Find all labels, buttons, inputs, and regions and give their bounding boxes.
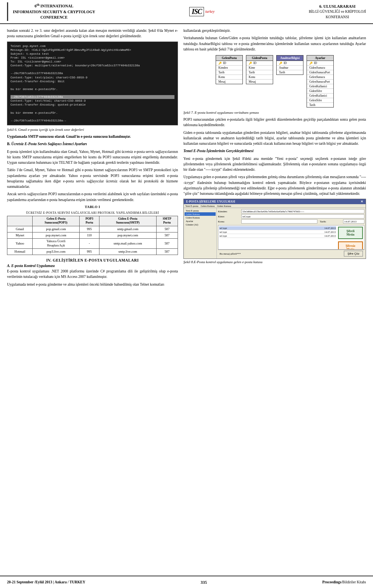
left-para4: Tablo 1'de Gmail, Mynet, Yahoo ve Hotmai… xyxy=(7,167,178,189)
email-list: isCrypt 14.07.2013 isCrypt 14.07.2013 is… xyxy=(218,225,337,249)
email-from3: isCrypt xyxy=(220,234,324,237)
nav-yeni-eposta[interactable]: Yeni E-posta xyxy=(185,209,216,212)
email-list-item[interactable]: isCrypt 14.07.2013 xyxy=(219,234,336,238)
term-line-12 xyxy=(10,91,174,95)
input-kime[interactable]: isCrypt xyxy=(241,214,364,219)
conference-name-left: 6th INTERNATIONAL INFORMATION SECURITY &… xyxy=(13,3,95,21)
email-list-item-selected[interactable]: isCrypt 14.07.2013 xyxy=(219,226,336,230)
term-line-4: To: ISL <isilcaner@gmail.com> xyxy=(10,60,174,64)
label-tarih: Tarih: xyxy=(320,220,343,223)
term-line-14: Content-Type: text/html; charset=ISO-885… xyxy=(10,99,174,103)
smtp-mynet: pop.mynet.com xyxy=(99,232,156,239)
smtpport-mynet: 587 xyxy=(156,232,178,239)
pop3port-yahoo: - xyxy=(79,239,99,248)
db-title-gelen: GelenPosta xyxy=(216,56,242,61)
conf-right-line2: BİLGİ GÜVENLİĞİ ve KRİPTOLOJİ xyxy=(309,9,366,15)
db-field: GidenSifre xyxy=(307,89,333,94)
label-kimden: Kimden: xyxy=(218,210,241,213)
footer-left: 20-21 September /Eylül 2013 | Ankara / T… xyxy=(7,580,85,584)
db-field: Mesaj xyxy=(216,80,242,84)
nav-gonder-al[interactable]: Gönder (Al) xyxy=(185,223,216,226)
section-B-bold: B. Ücretsiz E-Posta Servis Sağlayıcı İst… xyxy=(7,142,87,146)
form-row-kime: Kime: isCrypt xyxy=(218,214,364,219)
section-temel: Temel E-Posta İşlemlerinin Gerçekleştiri… xyxy=(183,148,366,154)
input-kimden[interactable]: 53e3d0deca515bc0a436c7e05e6c0a45d4a7c796… xyxy=(241,209,364,213)
email-from2: isCrypt xyxy=(220,231,324,233)
sifresiz-metin-box: ŞifresizMetin xyxy=(338,241,363,250)
right-para2: Veritabanında bulunan Gelen/Giden e-post… xyxy=(183,35,366,52)
table-row: Mynet pop.mynet.com 110 pop.mynet.com 58… xyxy=(7,232,178,239)
input-konu[interactable] xyxy=(241,219,317,224)
menu-gelen[interactable]: Gelen Kutusu xyxy=(200,205,214,207)
footer-rest: /Bildiriler Kitabı xyxy=(341,580,366,584)
form-row-konu: Konu: Tarih: 14.07.2013 xyxy=(218,219,364,224)
right-para4: Giden e-posta tablosunda uygulamadan gön… xyxy=(183,130,366,147)
db-field: GelenKullanici xyxy=(307,84,333,89)
terminal-screenshot: Telnet pop.mynet.com Message-ID: <CdL1!3… xyxy=(7,42,178,126)
email-app-body: Yeni E-posta Gelen Kutusu Giden Kutusu A… xyxy=(184,208,366,258)
input-tarih[interactable]: 14.07.2013 xyxy=(343,219,364,224)
conf-line1: 6th INTERNATIONAL xyxy=(13,3,95,9)
table-col-provider xyxy=(7,216,33,226)
db-field: 🔑 ID xyxy=(277,61,303,66)
db-field: Tarih xyxy=(216,70,242,75)
main-content: bundan sonraki 2. ve 3. sınır değerleri … xyxy=(0,24,373,293)
db-title-anahtar: AnahtarBilgisi xyxy=(277,56,303,61)
db-field: GidenSunucuPort xyxy=(307,70,333,75)
smtp-gmail: smtp.gmail.com xyxy=(99,226,156,232)
db-field: Kimden xyxy=(216,66,242,70)
left-para1: bundan sonraki 2. ve 3. sınır değerleri … xyxy=(7,28,178,39)
db-field: Mesaj xyxy=(246,80,273,84)
conference-name-right: 6. ULUSLARARASI BİLGİ GÜVENLİĞİ ve KRİPT… xyxy=(309,3,366,20)
nav-gelen-kutusu[interactable]: Gelen Kutusu xyxy=(185,212,216,216)
menu-yeni[interactable]: Yeni E-posta xyxy=(185,205,198,207)
db-field: GidenSunucu xyxy=(307,66,333,70)
sifre-coz-button[interactable]: Şifre Çöz xyxy=(344,251,363,257)
para-kontrol1: E-posta kontrol uygulaması .NET 2008 pla… xyxy=(7,269,178,280)
right-para5: Yeni e-posta göndermek için Şekil 8'deki… xyxy=(183,156,366,173)
conf-right-line3: KONFERANSI xyxy=(309,15,366,20)
email-list-item[interactable]: isCrypt 14.07.2013 xyxy=(219,230,336,234)
term-line-0: Telnet pop.mynet.com xyxy=(10,44,174,48)
email-app-screenshot: E-POSTA ŞİFRELEME UYGULMASI ✕ Yeni E-pos… xyxy=(183,199,366,259)
menu-giden[interactable]: Giden Kutusu xyxy=(217,205,231,207)
term-line-11: bu bir deneme e-postasiFDr. xyxy=(10,87,174,91)
isc-logo: ISC turkey xyxy=(189,7,214,16)
conf-right-line1: 6. ULUSLARARASI xyxy=(309,3,366,9)
term-line-13: --20cf307ca62cc377f404b332138a xyxy=(10,95,174,99)
email-app-close-icon[interactable]: ✕ xyxy=(361,200,363,203)
db-box-ayarlar: Ayarlar 🔑 ID GidenSunucu GidenSunucuPort… xyxy=(307,55,334,108)
term-line-5: Content-Type: multipart/alternative; bou… xyxy=(10,64,174,68)
figure7-caption: Şekil 7. E-posta kontrol uygulaması veri… xyxy=(183,111,366,114)
email-right-panel: ŞifreliMetin ŞifresizMetin xyxy=(337,225,364,249)
provider-yahoo: Yahoo xyxy=(7,239,33,248)
db-title-ayarlar: Ayarlar xyxy=(307,56,333,61)
sifreli-metin-box: ŞifreliMetin xyxy=(338,227,363,239)
table-col-smtpport: SMTPPortu xyxy=(156,216,178,226)
db-box-giden: GidenPosta 🔑 ID Kime Tarih Konu Mesaj xyxy=(246,55,273,84)
term-line-15: Content-Transfer-Encoding: quoted-printa… xyxy=(10,103,174,107)
db-field: GelenSunucu xyxy=(307,75,333,80)
left-column: bundan sonraki 2. ve 3. sınır değerleri … xyxy=(7,28,178,289)
left-para2: Uygulamada SMTP sunucusu olarak Gmail'in… xyxy=(7,134,178,139)
table-subtitle: ÜCRETSİZ E-POSTA SERVİSİ SAĞLAYICILARI P… xyxy=(7,211,178,215)
section-IV-heading: IV. GELİŞTİRİLEN E-POSTA UYGULAMALARI xyxy=(7,258,178,262)
section-A-heading: A. E-posta Kontrol Uygulaması xyxy=(7,264,178,268)
smtpport-yahoo: 587 xyxy=(156,239,178,248)
sifre-msg: Bu mesaj şifreli*** xyxy=(220,252,241,255)
form-row-kimden: Kimden: 53e3d0deca515bc0a436c7e05e6c0a45… xyxy=(218,209,364,213)
email-app-menubar: Yeni E-posta Gelen Kutusu Giden Kutusu xyxy=(184,204,366,208)
nav-giden-kutusu[interactable]: Giden Kutusu xyxy=(185,216,216,219)
nav-ayarlar[interactable]: Ayarlar xyxy=(185,219,216,223)
smtp-hotmail: smtp.live.com xyxy=(99,248,156,255)
db-field: Tarih xyxy=(277,70,303,75)
label-kime: Kime: xyxy=(218,215,241,218)
smtpport-gmail: 587 xyxy=(156,226,178,232)
figure6-caption: Şekil 6. Gmail e-posta içeriği için örne… xyxy=(7,128,178,132)
footer-page-number: 335 xyxy=(200,580,207,585)
db-field: Tarih xyxy=(307,103,333,107)
table-col-smtp: Giden E-PostaSunucusu(SMTP) xyxy=(99,216,156,226)
left-para5: Ancak servis sağlayıcıların POP3 sunucul… xyxy=(7,191,178,203)
table-row: Hotmail pop3.live.com 995 smtp.live.com … xyxy=(7,248,178,255)
term-line-8: Content-Type: text/plain; charset=ISO-88… xyxy=(10,76,174,80)
